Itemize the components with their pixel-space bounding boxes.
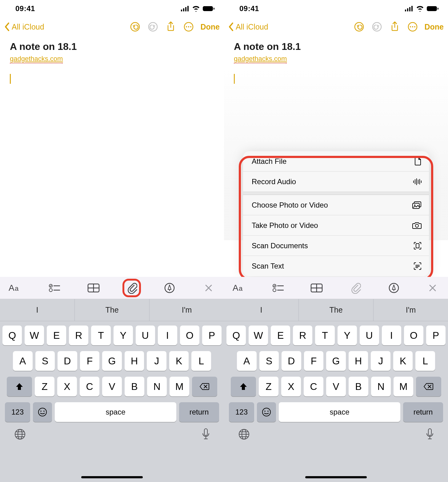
globe-key[interactable] bbox=[14, 428, 26, 441]
key[interactable]: A bbox=[237, 351, 257, 371]
key[interactable]: E bbox=[47, 326, 66, 345]
key[interactable]: O bbox=[404, 326, 423, 345]
close-toolbar-button[interactable] bbox=[199, 279, 218, 297]
attach-button[interactable] bbox=[346, 279, 365, 297]
key[interactable]: C bbox=[80, 377, 99, 396]
dictation-key[interactable] bbox=[202, 428, 210, 442]
note-link[interactable]: gadgethacks.com bbox=[234, 55, 287, 63]
undo-button[interactable] bbox=[354, 22, 364, 32]
emoji-key[interactable] bbox=[33, 402, 52, 422]
key[interactable]: W bbox=[249, 326, 268, 345]
key[interactable]: T bbox=[315, 326, 334, 345]
note-content[interactable]: A note on 18.1 gadgethacks.com bbox=[224, 37, 448, 88]
key[interactable]: V bbox=[326, 377, 346, 396]
key[interactable]: X bbox=[57, 377, 77, 396]
share-button[interactable] bbox=[390, 22, 400, 32]
key[interactable]: A bbox=[13, 351, 33, 371]
key[interactable]: F bbox=[304, 351, 324, 371]
key[interactable]: I bbox=[158, 326, 177, 345]
key[interactable]: L bbox=[191, 351, 211, 371]
key[interactable]: G bbox=[326, 351, 346, 371]
key[interactable]: W bbox=[25, 326, 44, 345]
key[interactable]: F bbox=[80, 351, 100, 371]
undo-button[interactable] bbox=[130, 22, 140, 32]
key[interactable]: J bbox=[147, 351, 166, 371]
space-key[interactable]: space bbox=[55, 402, 176, 422]
key[interactable]: S bbox=[259, 351, 279, 371]
key[interactable]: X bbox=[281, 377, 301, 396]
key[interactable]: R bbox=[69, 326, 88, 345]
key[interactable]: C bbox=[304, 377, 323, 396]
suggestion[interactable]: I'm bbox=[150, 299, 224, 321]
key[interactable]: Z bbox=[259, 377, 278, 396]
redo-button[interactable] bbox=[372, 22, 382, 32]
key[interactable]: L bbox=[415, 351, 435, 371]
shift-key[interactable] bbox=[231, 377, 256, 396]
globe-key[interactable] bbox=[238, 428, 250, 441]
shift-key[interactable] bbox=[7, 377, 32, 396]
checklist-button[interactable] bbox=[45, 279, 64, 297]
delete-key[interactable] bbox=[416, 377, 441, 396]
note-content[interactable]: A note on 18.1 gadgethacks.com bbox=[0, 37, 224, 88]
close-toolbar-button[interactable] bbox=[423, 279, 442, 297]
key[interactable]: D bbox=[282, 351, 301, 371]
key[interactable]: P bbox=[426, 326, 446, 345]
done-button[interactable]: Done bbox=[425, 22, 444, 31]
key[interactable]: V bbox=[102, 377, 122, 396]
key[interactable]: S bbox=[35, 351, 55, 371]
redo-button[interactable] bbox=[148, 22, 158, 32]
return-key[interactable]: return bbox=[403, 402, 443, 422]
return-key[interactable]: return bbox=[179, 402, 219, 422]
back-button[interactable]: All iCloud bbox=[4, 22, 44, 31]
key[interactable]: Y bbox=[338, 326, 357, 345]
suggestion[interactable]: I'm bbox=[374, 299, 448, 321]
key[interactable]: Q bbox=[2, 326, 22, 345]
menu-scan-documents[interactable]: Scan Documents bbox=[243, 236, 429, 256]
key[interactable]: M bbox=[394, 377, 413, 396]
emoji-key[interactable] bbox=[257, 402, 276, 422]
table-button[interactable] bbox=[307, 279, 326, 297]
table-button[interactable] bbox=[84, 279, 103, 297]
key[interactable]: R bbox=[293, 326, 312, 345]
delete-key[interactable] bbox=[192, 377, 217, 396]
key[interactable]: E bbox=[271, 326, 290, 345]
more-button[interactable] bbox=[183, 22, 194, 32]
checklist-button[interactable] bbox=[269, 279, 287, 297]
key[interactable]: H bbox=[349, 351, 368, 371]
note-link[interactable]: gadgethacks.com bbox=[10, 55, 63, 63]
attach-button[interactable] bbox=[122, 279, 141, 297]
key[interactable]: B bbox=[349, 377, 368, 396]
suggestion[interactable]: The bbox=[299, 299, 374, 321]
key[interactable]: J bbox=[371, 351, 390, 371]
key[interactable]: Q bbox=[226, 326, 246, 345]
key[interactable]: P bbox=[202, 326, 222, 345]
back-button[interactable]: All iCloud bbox=[228, 22, 268, 31]
numeric-key[interactable]: 123 bbox=[5, 402, 30, 422]
key[interactable]: B bbox=[125, 377, 144, 396]
share-button[interactable] bbox=[166, 22, 176, 32]
key[interactable]: D bbox=[58, 351, 77, 371]
dictation-key[interactable] bbox=[426, 428, 434, 442]
menu-take-photo[interactable]: Take Photo or Video bbox=[243, 215, 429, 236]
key[interactable]: M bbox=[170, 377, 189, 396]
markup-button[interactable] bbox=[160, 279, 179, 297]
more-button[interactable] bbox=[407, 22, 418, 32]
key[interactable]: T bbox=[91, 326, 110, 345]
key[interactable]: O bbox=[180, 326, 199, 345]
key[interactable]: Y bbox=[114, 326, 133, 345]
key[interactable]: G bbox=[102, 351, 122, 371]
home-indicator[interactable] bbox=[305, 476, 367, 478]
menu-attach-file[interactable]: Attach File bbox=[243, 151, 429, 172]
suggestion[interactable]: I bbox=[0, 299, 75, 321]
space-key[interactable]: space bbox=[279, 402, 400, 422]
key[interactable]: U bbox=[360, 326, 379, 345]
key[interactable]: K bbox=[169, 351, 189, 371]
key[interactable]: K bbox=[393, 351, 413, 371]
numeric-key[interactable]: 123 bbox=[229, 402, 254, 422]
format-button[interactable]: Aa bbox=[230, 279, 249, 297]
done-button[interactable]: Done bbox=[201, 22, 220, 31]
key[interactable]: U bbox=[136, 326, 155, 345]
suggestion[interactable]: I bbox=[224, 299, 299, 321]
key[interactable]: N bbox=[371, 377, 391, 396]
key[interactable]: Z bbox=[35, 377, 54, 396]
